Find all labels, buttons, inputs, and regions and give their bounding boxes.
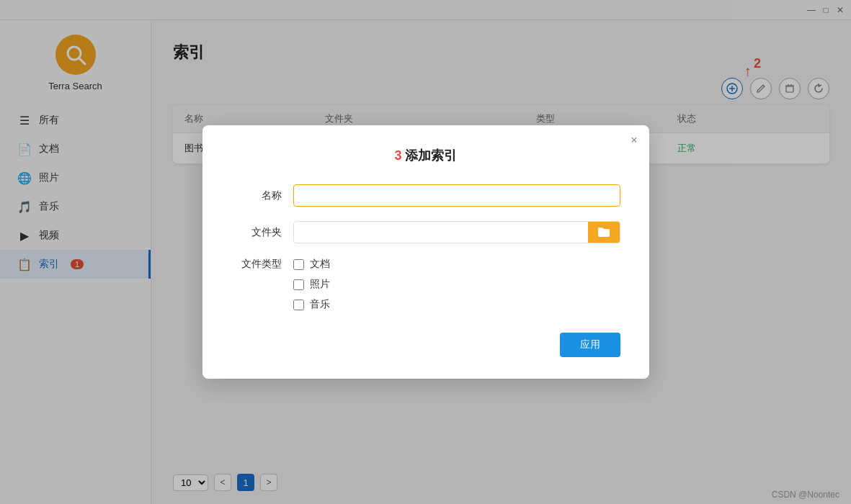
folder-browse-button[interactable]: [588, 222, 620, 243]
name-form-row: 名称: [231, 184, 620, 207]
modal-title: 3添加索引: [231, 147, 620, 164]
filetype-music-row[interactable]: 音乐: [293, 298, 620, 311]
filetype-options: 文档 照片 音乐: [293, 258, 620, 311]
modal-footer: 应用: [231, 333, 620, 357]
add-index-modal: × 3添加索引 名称 文件夹 文件类型: [202, 125, 649, 379]
filetype-doc-label: 文档: [310, 258, 330, 271]
folder-input[interactable]: [294, 222, 588, 243]
filetype-photo-checkbox[interactable]: [293, 279, 304, 290]
name-label: 名称: [231, 189, 282, 202]
modal-close-button[interactable]: ×: [631, 134, 637, 147]
folder-label: 文件夹: [231, 226, 282, 239]
filetype-music-label: 音乐: [310, 298, 330, 311]
filetype-label: 文件类型: [231, 258, 282, 271]
folder-form-row: 文件夹: [231, 221, 620, 243]
filetype-music-checkbox[interactable]: [293, 300, 304, 310]
folder-input-container: [293, 221, 620, 243]
filetype-doc-checkbox[interactable]: [293, 259, 304, 270]
apply-button[interactable]: 应用: [560, 333, 620, 357]
name-input[interactable]: [293, 184, 620, 207]
filetype-doc-row[interactable]: 文档: [293, 258, 620, 271]
filetype-photo-label: 照片: [310, 278, 330, 291]
modal-overlay: × 3添加索引 名称 文件夹 文件类型: [0, 0, 851, 504]
modal-badge-number: 3: [394, 148, 401, 163]
filetype-form-row: 文件类型 文档 照片 音乐: [231, 258, 620, 311]
filetype-photo-row[interactable]: 照片: [293, 278, 620, 291]
